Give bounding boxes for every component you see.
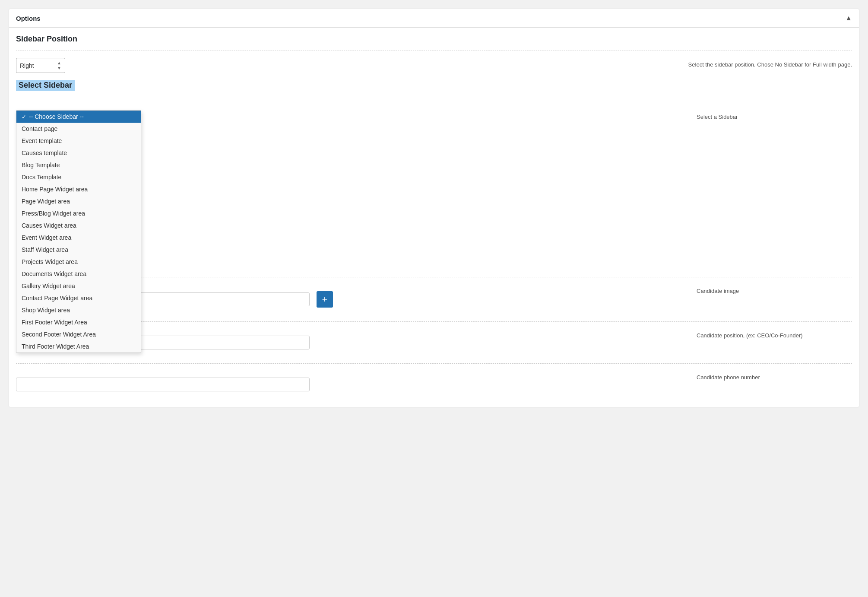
- divider-1: [16, 51, 852, 51]
- sidebar-dropdown-list[interactable]: -- Choose Sidebar -- Contact page Event …: [16, 110, 141, 353]
- candidate-phone-description: Candidate phone number: [697, 371, 852, 398]
- sidebar-position-title: Sidebar Position: [16, 35, 852, 44]
- divider-4: [16, 321, 852, 322]
- select-sidebar-title: Select Sidebar: [16, 80, 75, 91]
- sidebar-position-row: Left Right No Sidebar ▲ ▼ Select the sid…: [16, 58, 852, 73]
- sidebar-position-control: Left Right No Sidebar ▲ ▼: [16, 58, 688, 73]
- candidate-phone-control: [16, 371, 697, 398]
- candidate-position-description: Candidate position, (ex: CEO/Co-Founder): [697, 329, 852, 356]
- dropdown-item-contact-page-widget[interactable]: Contact Page Widget area: [16, 292, 141, 304]
- select-sidebar-row: -- Choose Sidebar -- Contact page Event …: [16, 110, 852, 121]
- dropdown-item-gallery-widget[interactable]: Gallery Widget area: [16, 280, 141, 292]
- sidebar-position-select[interactable]: Left Right No Sidebar: [20, 62, 54, 69]
- dropdown-item-docs-template[interactable]: Docs Template: [16, 171, 141, 183]
- candidate-phone-input[interactable]: [16, 378, 310, 391]
- dropdown-item-projects-widget[interactable]: Projects Widget area: [16, 256, 141, 268]
- divider-2: [16, 103, 852, 103]
- dropdown-item-contact-page[interactable]: Contact page: [16, 123, 141, 135]
- options-panel: Options ▲ Sidebar Position Left Right No…: [9, 9, 859, 407]
- candidate-phone-row: Candidate phone number: [16, 371, 852, 398]
- panel-toggle[interactable]: ▲: [845, 14, 852, 22]
- dropdown-item-causes-template[interactable]: Causes template: [16, 147, 141, 159]
- select-sidebar-control: -- Choose Sidebar -- Contact page Event …: [16, 110, 697, 121]
- add-image-button[interactable]: +: [317, 291, 333, 308]
- sidebar-position-select-wrapper[interactable]: Left Right No Sidebar ▲ ▼: [16, 58, 65, 73]
- panel-content: Sidebar Position Left Right No Sidebar ▲…: [9, 35, 859, 407]
- dropdown-item-first-footer-widget[interactable]: First Footer Widget Area: [16, 316, 141, 328]
- dropdown-item-page-widget[interactable]: Page Widget area: [16, 195, 141, 207]
- plus-icon: +: [322, 294, 328, 305]
- candidate-phone-input-group: [16, 371, 679, 398]
- candidate-image-row: + Candidate image: [16, 284, 852, 314]
- dropdown-item-home-page-widget[interactable]: Home Page Widget area: [16, 183, 141, 195]
- dropdown-item-second-footer-widget[interactable]: Second Footer Widget Area: [16, 328, 141, 340]
- dropdown-item-causes-widget[interactable]: Causes Widget area: [16, 219, 141, 232]
- select-arrows-icon: ▲ ▼: [57, 60, 61, 70]
- dropdown-item-press-blog-widget[interactable]: Press/Blog Widget area: [16, 207, 141, 219]
- dropdown-item-shop-widget[interactable]: Shop Widget area: [16, 304, 141, 316]
- dropdown-item-staff-widget[interactable]: Staff Widget area: [16, 244, 141, 256]
- divider-3: [16, 277, 852, 277]
- sidebar-position-section: Sidebar Position Left Right No Sidebar ▲…: [16, 35, 852, 73]
- candidate-image-description: Candidate image: [697, 284, 852, 314]
- dropdown-item-event-widget[interactable]: Event Widget area: [16, 232, 141, 244]
- dropdown-item-blog-template[interactable]: Blog Template: [16, 159, 141, 171]
- dropdown-item-third-footer-widget[interactable]: Third Footer Widget Area: [16, 340, 141, 352]
- dropdown-item-choose[interactable]: -- Choose Sidebar --: [16, 111, 141, 123]
- select-sidebar-section: Select Sidebar -- Choose Sidebar -- Cont…: [16, 80, 852, 121]
- panel-header: Options ▲: [9, 9, 859, 28]
- divider-5: [16, 363, 852, 364]
- dropdown-item-documents-widget[interactable]: Documents Widget area: [16, 268, 141, 280]
- sidebar-position-description: Select the sidebar position. Chose No Si…: [688, 58, 852, 73]
- select-sidebar-description: Select a Sidebar: [697, 110, 852, 121]
- panel-title: Options: [16, 15, 41, 22]
- candidate-position-row: Candidate position, (ex: CEO/Co-Founder): [16, 329, 852, 356]
- dropdown-item-event-template[interactable]: Event template: [16, 135, 141, 147]
